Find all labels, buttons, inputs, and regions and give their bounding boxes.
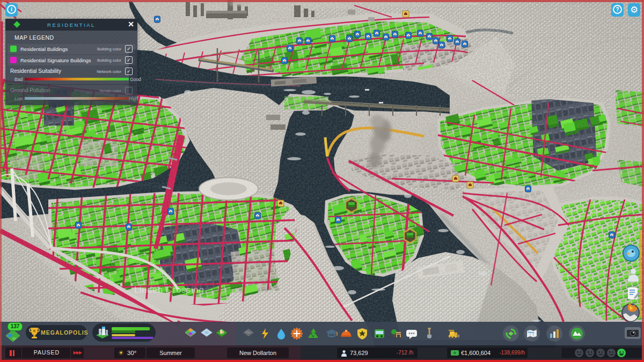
svg-text:Linden Crossing: Linden Crossing	[134, 285, 204, 294]
